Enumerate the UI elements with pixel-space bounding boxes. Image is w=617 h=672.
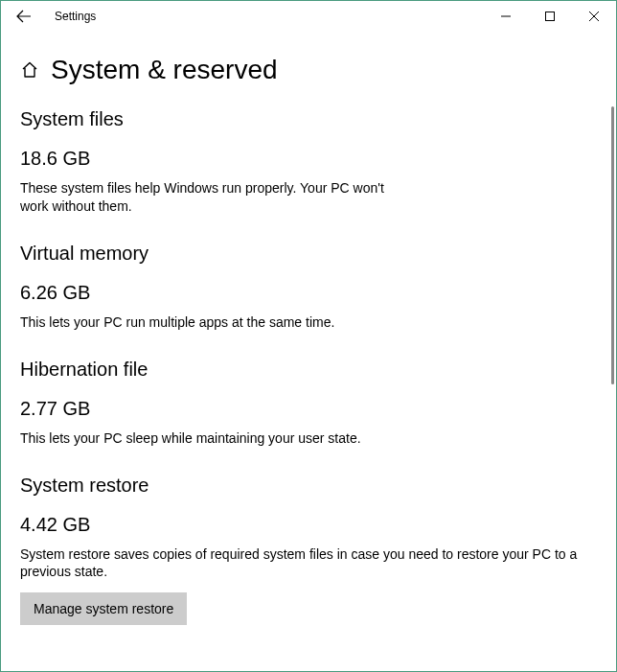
close-button[interactable] <box>572 1 616 32</box>
page-header: System & reserved <box>20 55 597 85</box>
section-description: System restore saves copies of required … <box>20 545 595 582</box>
arrow-left-icon <box>16 9 32 24</box>
scrollbar[interactable] <box>611 106 614 384</box>
section-virtual-memory: Virtual memory 6.26 GB This lets your PC… <box>20 243 597 332</box>
close-icon <box>589 12 599 21</box>
section-system-files: System files 18.6 GB These system files … <box>20 108 597 216</box>
section-system-restore: System restore 4.42 GB System restore sa… <box>20 475 597 626</box>
svg-rect-1 <box>546 12 555 21</box>
section-heading: Hibernation file <box>20 359 597 381</box>
section-heading: Virtual memory <box>20 243 597 265</box>
section-heading: System files <box>20 108 597 130</box>
manage-system-restore-button[interactable]: Manage system restore <box>20 592 187 625</box>
section-hibernation-file: Hibernation file 2.77 GB This lets your … <box>20 359 597 448</box>
section-value: 4.42 GB <box>20 514 597 536</box>
maximize-icon <box>545 12 555 21</box>
window-controls <box>484 1 616 32</box>
section-value: 6.26 GB <box>20 282 597 304</box>
section-value: 18.6 GB <box>20 148 597 170</box>
section-description: These system files help Windows run prop… <box>20 179 403 216</box>
minimize-icon <box>501 12 511 21</box>
section-description: This lets your PC run multiple apps at t… <box>20 313 595 332</box>
section-description: This lets your PC sleep while maintainin… <box>20 429 595 448</box>
section-value: 2.77 GB <box>20 398 597 420</box>
page-title: System & reserved <box>51 55 278 85</box>
section-heading: System restore <box>20 475 597 497</box>
back-button[interactable] <box>9 1 39 32</box>
window-title: Settings <box>55 10 96 23</box>
home-icon <box>20 60 39 80</box>
content-area: System & reserved System files 18.6 GB T… <box>1 32 616 671</box>
titlebar: Settings <box>1 1 616 32</box>
minimize-button[interactable] <box>484 1 528 32</box>
maximize-button[interactable] <box>528 1 572 32</box>
